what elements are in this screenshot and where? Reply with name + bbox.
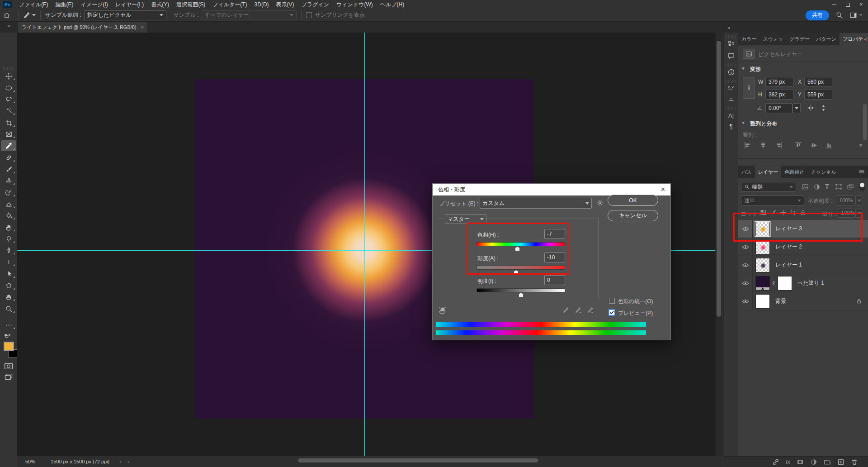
object-selection-tool[interactable] — [1, 105, 16, 116]
lasso-tool[interactable] — [1, 94, 16, 105]
adjustment-layer-filter[interactable] — [813, 183, 821, 192]
type-layer-filter[interactable]: T — [825, 183, 829, 190]
height-field[interactable]: 382 px — [765, 90, 793, 100]
delete-layer-icon[interactable] — [851, 458, 858, 466]
zoom-level[interactable]: 50% — [25, 459, 35, 464]
dock-grip[interactable]: |||||||| — [724, 62, 738, 67]
spot-healing-tool[interactable] — [1, 152, 16, 163]
tab-paths[interactable]: パス — [738, 166, 755, 178]
tab-channels[interactable]: チャンネル — [807, 166, 839, 178]
y-field[interactable]: 559 px — [804, 90, 832, 100]
light-input[interactable]: 0 — [544, 275, 565, 285]
menu-layer[interactable]: レイヤー(L) — [112, 0, 148, 9]
toolbar-expand-icon[interactable]: » — [2, 23, 15, 29]
angle-field[interactable]: 0.00° — [765, 103, 793, 113]
tab-gradients[interactable]: グラデー — [787, 33, 813, 45]
shape-tool[interactable] — [1, 280, 16, 291]
menu-select[interactable]: 選択範囲(S) — [173, 0, 209, 9]
quick-mask-icon[interactable] — [4, 363, 13, 371]
x-field[interactable]: 560 px — [804, 77, 832, 87]
status-expand-icon[interactable]: › — [119, 459, 121, 464]
visibility-eye-icon[interactable] — [738, 238, 753, 256]
frame-tool[interactable] — [1, 129, 16, 139]
layer-name[interactable]: レイヤー 2 — [775, 243, 802, 251]
layer-row-1[interactable]: レイヤー 1 — [738, 256, 868, 274]
path-selection-tool[interactable] — [1, 268, 16, 279]
tab-swatches[interactable]: スウォッ — [760, 33, 787, 45]
visibility-eye-icon[interactable] — [738, 256, 753, 274]
layer-thumbnail[interactable] — [755, 294, 770, 309]
menu-3d[interactable]: 3D(D) — [251, 0, 273, 9]
sat-input[interactable]: -10 — [544, 253, 565, 262]
elliptical-marquee-tool[interactable] — [1, 82, 16, 93]
cancel-button[interactable]: キャンセル — [608, 210, 658, 221]
lock-transparent[interactable] — [760, 209, 767, 217]
panel-menu-icon[interactable] — [855, 166, 868, 178]
gear-icon[interactable] — [596, 199, 604, 208]
info-icon[interactable] — [726, 67, 736, 77]
menu-file[interactable]: ファイル(F) — [15, 0, 52, 9]
layer-filter-search[interactable]: 種類 — [741, 182, 796, 192]
visibility-eye-icon[interactable] — [738, 220, 753, 238]
paint-bucket-tool[interactable] — [1, 210, 16, 221]
tab-properties[interactable]: プロパティ — [840, 33, 868, 45]
flip-vertical-icon[interactable] — [820, 104, 827, 113]
document-tab[interactable]: ライトエフェクト.psd @ 50% (レイヤー 3, RGB/8) × — [18, 22, 148, 33]
preset-dropdown[interactable]: カスタム — [480, 198, 592, 209]
vertical-scrollbar-thumb[interactable] — [717, 41, 721, 317]
menu-window[interactable]: ウィンドウ(W) — [333, 0, 377, 9]
sat-slider[interactable] — [476, 266, 565, 270]
add-mask-icon[interactable] — [797, 458, 804, 466]
shape-layer-filter[interactable] — [835, 183, 842, 192]
width-field[interactable]: 379 px — [765, 77, 793, 87]
angle-dropdown-icon[interactable] — [793, 103, 801, 113]
dock-grip[interactable]: |||||||| — [724, 34, 738, 38]
layer-thumbnail[interactable] — [755, 222, 770, 236]
brush-settings-icon[interactable] — [726, 83, 736, 93]
home-icon[interactable] — [0, 12, 14, 19]
lock-pixels[interactable] — [770, 209, 777, 217]
dock-grip[interactable]: |||||||| — [724, 79, 738, 83]
menu-filter[interactable]: フィルター(T) — [209, 0, 250, 9]
smart-object-filter[interactable] — [847, 183, 854, 192]
search-icon[interactable] — [835, 11, 843, 19]
layer-thumbnail[interactable] — [755, 258, 770, 272]
type-tool[interactable]: T — [1, 257, 16, 267]
mask-link-icon[interactable] — [771, 279, 776, 287]
layer-name[interactable]: レイヤー 3 — [775, 225, 802, 233]
hue-slider[interactable] — [476, 242, 565, 246]
filter-toggle[interactable] — [859, 182, 865, 191]
ok-button[interactable]: OK — [608, 195, 658, 206]
new-group-icon[interactable] — [824, 458, 831, 466]
history-icon[interactable] — [726, 39, 736, 49]
toolbar-grip[interactable]: |||||||| — [0, 66, 17, 70]
history-brush-tool[interactable] — [1, 187, 16, 198]
comment-icon[interactable] — [726, 51, 736, 61]
horizontal-scrollbar-thumb[interactable] — [298, 458, 538, 462]
menu-plugins[interactable]: プラグイン — [298, 0, 333, 9]
tab-adjustments[interactable]: 色調補正 — [781, 166, 807, 178]
menu-edit[interactable]: 編集(E) — [52, 0, 77, 9]
character-panel-icon[interactable]: A| — [726, 110, 736, 120]
document-tab-close-icon[interactable]: × — [141, 24, 144, 30]
link-layers-icon[interactable] — [772, 458, 779, 466]
move-tool[interactable] — [1, 71, 16, 81]
restore-icon[interactable] — [841, 0, 854, 9]
tab-layers[interactable]: レイヤー — [755, 166, 782, 178]
dialog-title-bar[interactable]: 色相・彩度 × — [433, 184, 670, 195]
pixel-layer-filter[interactable] — [802, 183, 809, 192]
dodge-tool[interactable] — [1, 234, 16, 244]
layer-thumbnail[interactable] — [755, 240, 770, 254]
hand-tool[interactable] — [1, 291, 16, 302]
workspace-icon[interactable] — [849, 11, 863, 19]
screen-mode-icon[interactable] — [4, 373, 13, 381]
flip-horizontal-icon[interactable] — [807, 104, 815, 113]
dock-grip[interactable]: |||||||| — [724, 106, 738, 110]
share-button[interactable]: 共有 — [806, 10, 829, 20]
menu-type[interactable]: 書式(Y) — [147, 0, 173, 9]
eyedropper-tool[interactable] — [1, 140, 16, 151]
layer-mask-thumbnail[interactable] — [778, 276, 792, 291]
new-adjustment-icon[interactable] — [810, 458, 817, 466]
layer-row-2[interactable]: レイヤー 2 — [738, 238, 868, 256]
scroll-left-icon[interactable]: ‹ — [127, 459, 129, 464]
